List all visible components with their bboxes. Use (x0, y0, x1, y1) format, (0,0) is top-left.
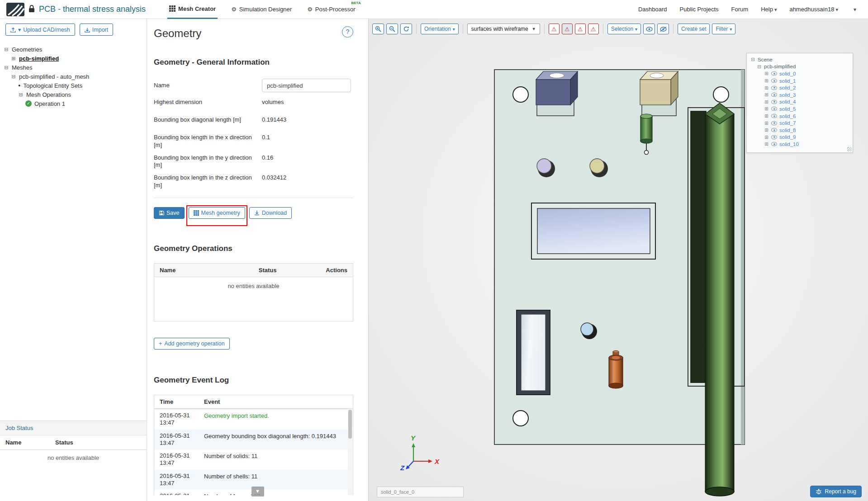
tree-item-geometry-pcb-simplified[interactable]: ⊞ pcb-simplified (4, 54, 143, 63)
expand-icon[interactable]: ⊞ (764, 142, 769, 147)
eye-icon[interactable] (771, 93, 777, 97)
scene-tree-root[interactable]: ⊟ Scene (750, 56, 849, 63)
expand-icon[interactable]: ⊞ (764, 106, 769, 111)
scene-tree-item-solid-6[interactable]: ⊞ solid_6 (750, 113, 849, 120)
render-mode-select[interactable]: surfaces with wireframe ▼ (467, 24, 540, 34)
expand-icon[interactable]: ⊞ (764, 78, 769, 83)
scene-tree-geometry[interactable]: ⊟ pcb-simplified (750, 63, 849, 71)
mounting-hole[interactable] (513, 87, 528, 102)
scene-tree-item-solid-9[interactable]: ⊞ solid_9 (750, 134, 849, 141)
expand-icon[interactable]: ⊞ (764, 135, 769, 140)
scene-tree-item-solid-3[interactable]: ⊞ solid_3 (750, 91, 849, 99)
nav-link-forum[interactable]: Forum (731, 6, 749, 13)
expand-icon[interactable]: ⊞ (11, 56, 16, 61)
user-menu[interactable]: ahmedhussain18▾ (789, 6, 838, 13)
warning-toggle-4[interactable]: ⚠ (588, 24, 599, 34)
collapse-icon[interactable]: ⊟ (750, 57, 755, 62)
help-icon[interactable]: ? (342, 26, 353, 38)
upload-cad-button[interactable]: ▾ Upload CAD/mesh (5, 24, 75, 36)
zoom-out-button[interactable] (386, 24, 398, 34)
eye-icon[interactable] (771, 121, 777, 125)
resize-grip[interactable] (847, 147, 852, 151)
reset-view-button[interactable] (400, 24, 412, 34)
nav-link-dashboard[interactable]: Dashboard (638, 6, 667, 13)
tree-item-operation-1[interactable]: ✓ Operation 1 (4, 99, 143, 108)
slot-component[interactable] (517, 310, 550, 395)
geometry-panel: ? Geometry Geometry - General Informatio… (147, 19, 369, 501)
eye-icon[interactable] (771, 107, 777, 111)
scene-tree-item-solid-8[interactable]: ⊞ solid_8 (750, 127, 849, 134)
expand-icon[interactable]: ⊞ (764, 71, 769, 76)
orientation-dropdown[interactable]: Orientation ▾ (421, 24, 459, 34)
field-bbox-diagonal: Bounding box diagonal length [m] 0.19144… (154, 116, 353, 124)
chip-component-blue[interactable] (536, 71, 578, 105)
expand-icon[interactable]: ⊞ (764, 128, 769, 132)
show-entities-button[interactable] (643, 24, 655, 34)
download-button[interactable]: Download (249, 207, 292, 219)
viewer-3d[interactable]: Y X Z (369, 19, 868, 501)
scroll-down-button[interactable]: ▼ (251, 487, 264, 496)
mounting-hole[interactable] (513, 411, 528, 426)
lcd-display[interactable] (531, 203, 655, 259)
tree-item-meshes[interactable]: ⊟ Meshes (4, 63, 143, 72)
scene-tree-item-solid-2[interactable]: ⊞ solid_2 (750, 84, 849, 91)
scene-tree-item-solid-1[interactable]: ⊞ solid_1 (750, 77, 849, 85)
mesh-geometry-button[interactable]: Mesh geometry (189, 207, 245, 219)
tree-item-topological-entity-sets[interactable]: ● Topological Entity Sets (4, 81, 143, 90)
create-set-button[interactable]: Create set (678, 24, 710, 34)
import-button[interactable]: Import (80, 24, 113, 36)
eye-icon[interactable] (771, 86, 777, 90)
expand-icon[interactable]: ⊞ (764, 121, 769, 126)
warning-toggle-3[interactable]: ⚠ (575, 24, 586, 34)
capacitor-copper[interactable] (609, 350, 623, 388)
expand-icon[interactable]: ⊞ (764, 85, 769, 90)
nav-link-public-projects[interactable]: Public Projects (680, 6, 719, 13)
chip-component-beige[interactable] (640, 71, 678, 105)
tree-item-mesh-operations[interactable]: ⊟ Mesh Operations (4, 90, 143, 99)
eye-icon[interactable] (771, 128, 777, 132)
scene-tree-item-solid-5[interactable]: ⊞ solid_5 (750, 105, 849, 113)
tree-item-auto-mesh[interactable]: ⊟ pcb-simplified - auto_mesh (4, 72, 143, 81)
eye-icon[interactable] (771, 100, 777, 104)
expand-icon[interactable]: ⊞ (764, 113, 769, 118)
eye-icon[interactable] (771, 114, 777, 118)
eye-icon[interactable] (771, 79, 777, 83)
filter-dropdown[interactable]: Filter ▾ (712, 24, 735, 34)
save-button[interactable]: Save (154, 207, 185, 219)
hide-entities-button[interactable] (657, 24, 669, 34)
event-log-scrollbar[interactable] (348, 409, 352, 495)
scene-tree-item-solid-10[interactable]: ⊞ solid_10 (750, 141, 849, 148)
warning-toggle-2[interactable]: ⚠ (562, 24, 573, 34)
scene-tree-item-solid-0[interactable]: ⊞ solid_0 (750, 70, 849, 77)
logo-icon (6, 3, 24, 16)
scrollbar-thumb[interactable] (348, 410, 352, 439)
expand-icon[interactable]: ⊞ (764, 99, 769, 104)
tab-mesh-creator[interactable]: Mesh Creator (167, 0, 218, 19)
field-bbox-z: Bounding box length in the z direction [… (154, 174, 353, 189)
collapse-icon[interactable]: ⊟ (11, 74, 16, 80)
tree-item-geometries[interactable]: ⊟ Geometries (4, 45, 143, 54)
add-geometry-operation-button[interactable]: + Add geometry operation (154, 338, 230, 350)
scene-tree-item-solid-4[interactable]: ⊞ solid_4 (750, 99, 849, 106)
eye-icon[interactable] (771, 71, 777, 76)
collapse-icon[interactable]: ⊟ (757, 64, 762, 69)
scene-tree-item-solid-7[interactable]: ⊞ solid_7 (750, 119, 849, 127)
tab-simulation-designer[interactable]: ⚙ Simulation Designer (229, 0, 294, 19)
tab-post-processor[interactable]: ⚙ Post-Processor BETA (305, 0, 357, 19)
warning-toggle-1[interactable]: ⚠ (549, 24, 560, 34)
expand-icon[interactable]: ⊞ (764, 92, 769, 97)
app-logo[interactable] (6, 3, 24, 16)
report-bug-button[interactable]: Report a bug (810, 486, 862, 497)
mounting-hole[interactable] (713, 87, 729, 102)
overflow-menu-caret[interactable]: ▾ (851, 6, 859, 13)
selection-dropdown[interactable]: Selection ▾ (607, 24, 641, 34)
eye-icon[interactable] (771, 135, 777, 139)
collapse-icon[interactable]: ⊟ (18, 92, 24, 98)
collapse-icon[interactable]: ⊟ (4, 65, 9, 71)
collapse-icon[interactable]: ⊟ (4, 47, 9, 52)
zoom-in-button[interactable] (372, 24, 384, 34)
geometry-name-input[interactable] (262, 79, 351, 92)
help-menu[interactable]: Help▾ (761, 6, 777, 13)
eye-icon[interactable] (771, 142, 777, 146)
operations-table-header: Name Status Actions (154, 264, 353, 277)
